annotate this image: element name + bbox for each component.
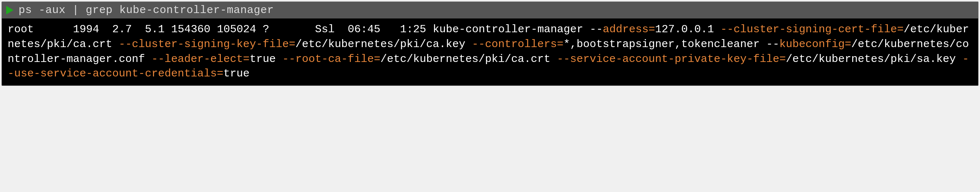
spacer [269,23,315,36]
flag-use-sa-creds-val: true [223,68,250,80]
flag-cluster-signing-key-val: /etc/kubernetes/pki/ca.key [295,38,465,50]
play-icon [6,6,13,14]
ps-mem: 5.1 [145,23,165,36]
sep-space [276,53,282,65]
ps-vsz: 154360 [171,23,210,36]
sep-space [714,23,721,36]
sep-dashdash: -- [759,38,779,50]
ps-cpu: 2.7 [112,23,132,36]
flag-root-ca-val: /etc/kubernetes/pki/ca.crt [380,53,550,65]
terminal-window: ps -aux | grep kube-controller-manager r… [2,2,978,86]
spacer [165,23,171,36]
flag-cluster-signing-cert-key: --cluster-signing-cert-file= [721,23,904,36]
flag-address-key: address= [603,23,655,36]
ps-rss: 105024 [217,23,256,36]
spacer [210,23,217,36]
flag-controllers-key: --controllers= [472,38,563,50]
flag-leader-elect-key: --leader-elect= [151,53,250,65]
spacer [34,23,73,36]
flag-sa-priv-key-key: --service-account-private-key-file= [557,53,786,65]
ps-tty: ? [262,23,269,36]
sep-space [145,53,151,65]
sep-space [550,53,557,65]
flag-root-ca-key: --root-ca-file= [282,53,380,65]
sep-space [112,38,119,50]
ps-pid: 1994 [73,23,99,36]
sep-dashdash: -- [583,23,603,36]
command-text: ps -aux | grep kube-controller-manager [19,4,274,16]
title-bar: ps -aux | grep kube-controller-manager [2,2,978,19]
flag-kubeconfig-key: kubeconfig= [779,38,851,50]
flag-leader-elect-val: true [250,53,276,65]
ps-stat: Ssl [315,23,334,36]
ps-start: 06:45 [348,23,380,36]
spacer [99,23,112,36]
ps-cmd: kube-controller-manager [433,23,583,36]
flag-address-val: 127.0.0.1 [655,23,714,36]
spacer [426,23,433,36]
sep-space [465,38,472,50]
spacer [132,23,145,36]
spacer [334,23,348,36]
terminal-output: root 1994 2.7 5.1 154360 105024 ? Ssl 06… [2,19,978,85]
flag-sa-priv-key-val: /etc/kubernetes/pki/sa.key [786,53,956,65]
flag-cluster-signing-key-key: --cluster-signing-key-file= [119,38,295,50]
ps-user: root [8,23,34,36]
flag-controllers-val: *,bootstrapsigner,tokencleaner [563,38,759,50]
ps-time: 1:25 [400,23,426,36]
sep-space [956,53,962,65]
spacer [380,23,400,36]
spacer [256,23,262,36]
